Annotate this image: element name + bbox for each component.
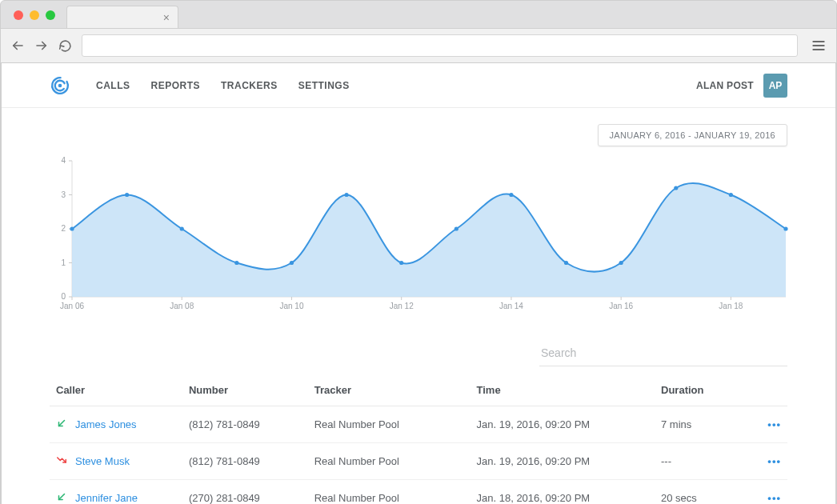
svg-text:Jan 06: Jan 06 [60, 302, 84, 310]
browser-chrome: × CALLSREPORTSTRACKERSSETTINGS [0, 0, 837, 504]
svg-point-27 [455, 226, 459, 230]
table-header-row: Caller Number Tracker Time Duration [50, 374, 787, 406]
tab-strip: × [1, 1, 836, 28]
nav-trackers[interactable]: TRACKERS [221, 80, 278, 91]
date-range-picker[interactable]: JANUARY 6, 2016 - JANUARY 19, 2016 [598, 124, 788, 146]
svg-text:Jan 18: Jan 18 [719, 302, 743, 310]
primary-nav: CALLSREPORTSTRACKERSSETTINGS [96, 80, 370, 91]
col-duration: Duration [655, 374, 743, 406]
svg-point-28 [509, 193, 513, 197]
page: CALLSREPORTSTRACKERSSETTINGS ALAN POST A… [1, 63, 836, 504]
date-picker-row: JANUARY 6, 2016 - JANUARY 19, 2016 [50, 124, 787, 146]
user-area: ALAN POST AP [696, 74, 787, 98]
cell-duration: --- [655, 443, 743, 480]
cell-time: Jan. 19, 2016, 09:20 PM [471, 443, 655, 480]
close-tab-icon[interactable]: × [163, 11, 170, 24]
svg-text:Jan 14: Jan 14 [499, 302, 523, 310]
svg-text:1: 1 [61, 258, 66, 267]
call-direction-icon [56, 454, 67, 468]
caller-link[interactable]: Jennifer Jane [75, 492, 138, 504]
svg-line-48 [59, 421, 65, 426]
col-time: Time [471, 374, 655, 406]
table-row: Steve Musk(812) 781-0849Real Number Pool… [50, 443, 787, 480]
user-name: ALAN POST [696, 80, 754, 91]
svg-point-26 [399, 261, 403, 265]
svg-text:Jan 08: Jan 08 [170, 302, 194, 310]
search-input[interactable] [539, 340, 787, 366]
app-header: CALLSREPORTSTRACKERSSETTINGS ALAN POST A… [2, 63, 835, 108]
table-controls [50, 340, 787, 366]
cell-number: (812) 781-0849 [182, 406, 308, 443]
caller-link[interactable]: James Jones [75, 418, 137, 430]
svg-point-7 [58, 83, 62, 87]
back-button[interactable] [10, 38, 25, 53]
row-actions-icon[interactable]: ••• [767, 418, 781, 430]
maximize-window-icon[interactable] [46, 10, 55, 20]
svg-point-23 [234, 261, 238, 265]
table-row: Jennifer Jane(270) 281-0849Real Number P… [50, 480, 787, 505]
forward-button[interactable] [34, 38, 49, 53]
app-logo-icon[interactable] [50, 75, 70, 96]
window-controls [14, 10, 55, 20]
svg-point-32 [729, 193, 733, 197]
col-tracker: Tracker [308, 374, 471, 406]
minimize-window-icon[interactable] [30, 10, 39, 20]
col-number: Number [182, 374, 308, 406]
col-actions [743, 374, 787, 406]
svg-text:4: 4 [61, 156, 66, 165]
svg-line-49 [59, 494, 65, 500]
svg-text:2: 2 [61, 224, 66, 233]
svg-point-33 [783, 226, 787, 230]
cell-tracker: Real Number Pool [308, 443, 471, 480]
cell-time: Jan. 19, 2016, 09:20 PM [471, 406, 655, 443]
nav-calls[interactable]: CALLS [96, 80, 130, 91]
cell-time: Jan. 18, 2016, 09:20 PM [471, 480, 655, 505]
svg-point-29 [564, 261, 568, 265]
svg-point-21 [125, 193, 129, 197]
col-caller: Caller [50, 374, 182, 406]
cell-duration: 20 secs [655, 480, 743, 505]
menu-icon[interactable] [811, 38, 827, 54]
cell-duration: 7 mins [655, 406, 743, 443]
browser-tab[interactable]: × [66, 6, 178, 28]
caller-link[interactable]: Steve Musk [75, 455, 130, 467]
nav-reports[interactable]: REPORTS [151, 80, 201, 91]
svg-text:Jan 10: Jan 10 [279, 302, 303, 310]
svg-point-22 [180, 226, 184, 230]
svg-point-24 [290, 261, 294, 265]
cell-tracker: Real Number Pool [308, 406, 471, 443]
call-direction-icon [56, 491, 67, 504]
cell-tracker: Real Number Pool [308, 480, 471, 505]
browser-toolbar [1, 28, 836, 63]
svg-text:0: 0 [61, 292, 66, 301]
nav-settings[interactable]: SETTINGS [298, 80, 350, 91]
svg-point-25 [344, 193, 348, 197]
calls-table: Caller Number Tracker Time Duration Jame… [50, 374, 787, 504]
cell-number: (270) 281-0849 [182, 480, 308, 505]
row-actions-icon[interactable]: ••• [767, 455, 781, 467]
svg-point-30 [619, 261, 623, 265]
svg-text:Jan 12: Jan 12 [390, 302, 414, 310]
content: JANUARY 6, 2016 - JANUARY 19, 2016 01234… [2, 108, 835, 504]
svg-point-20 [70, 226, 74, 230]
svg-text:3: 3 [61, 190, 66, 199]
svg-text:Jan 16: Jan 16 [609, 302, 633, 310]
close-window-icon[interactable] [14, 10, 23, 20]
svg-point-31 [674, 186, 678, 190]
row-actions-icon[interactable]: ••• [767, 492, 781, 504]
cell-number: (812) 781-0849 [182, 443, 308, 480]
call-direction-icon [56, 418, 67, 431]
calls-chart: 01234Jan 06Jan 08Jan 10Jan 12Jan 14Jan 1… [50, 156, 787, 316]
address-bar[interactable] [82, 34, 798, 57]
table-row: James Jones(812) 781-0849Real Number Poo… [50, 406, 787, 443]
avatar[interactable]: AP [763, 74, 787, 98]
reload-button[interactable] [58, 39, 72, 53]
